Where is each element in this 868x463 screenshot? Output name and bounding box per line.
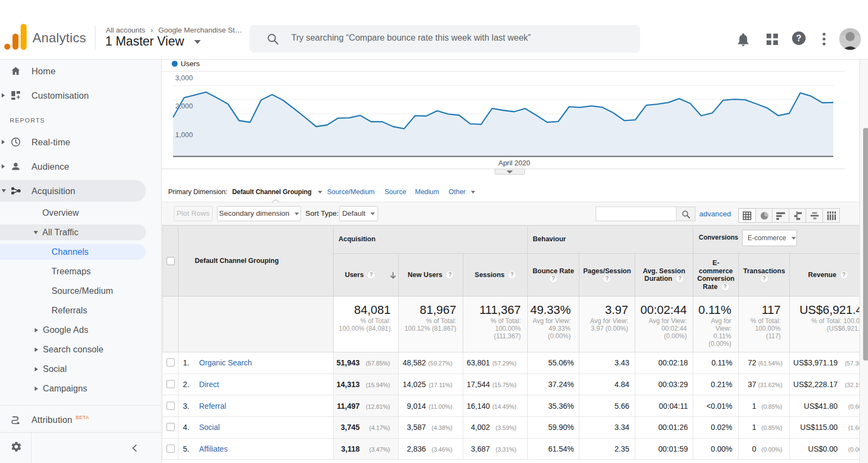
- svg-text:1,000: 1,000: [175, 131, 193, 139]
- svg-text:3,000: 3,000: [175, 74, 193, 82]
- svg-text:Users: Users: [181, 60, 200, 68]
- svg-text:April 2020: April 2020: [499, 159, 531, 167]
- svg-text:2,000: 2,000: [175, 102, 193, 110]
